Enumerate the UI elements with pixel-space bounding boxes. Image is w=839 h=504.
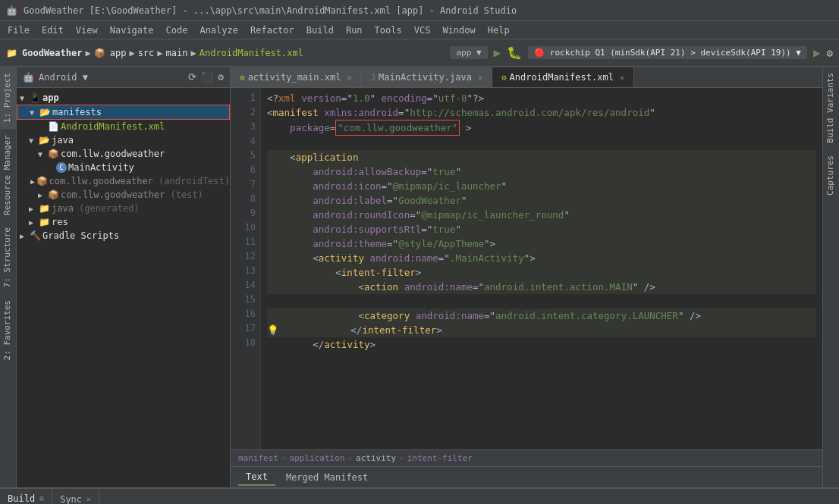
code-line-18: </activity>	[267, 337, 816, 352]
manifest-tab-text[interactable]: Text	[238, 469, 275, 486]
titlebar: 🤖 GoodWeather [E:\GoodWeather] - ...\app…	[0, 0, 839, 21]
tree-item-test[interactable]: ▶ 📦 com.llw.goodweather (test)	[17, 188, 230, 202]
tree-item-java-generated[interactable]: ▶ 📁 java (generated)	[17, 202, 230, 215]
expand-arrow-gradle[interactable]: ▶	[20, 232, 29, 240]
toolbar-breadcrumb: GoodWeather ▶ 📦 app ▶ src ▶ main ▶ Andro…	[22, 48, 303, 58]
expand-arrow-app[interactable]: ▼	[20, 94, 29, 102]
bc-item-application[interactable]: application	[290, 453, 345, 463]
sidebar-right-captures[interactable]: Captures	[823, 149, 839, 202]
sidebar-right-build-variants[interactable]: Build Variants	[823, 67, 839, 149]
sidebar-item-favorites[interactable]: 2: Favorites	[0, 294, 16, 366]
tab-mainactivity-java[interactable]: J MainActivity.java ✕	[361, 67, 492, 87]
side-tabs-left: 1: Project Resource Manager 7: Structure…	[0, 67, 17, 487]
android-icon: 🤖	[23, 72, 34, 83]
tree-item-gradle[interactable]: ▶ 🔨 Gradle Scripts	[17, 229, 230, 243]
menu-item-file[interactable]: File	[3, 25, 34, 36]
menu-item-analyze[interactable]: Analyze	[195, 25, 243, 36]
menu-item-vcs[interactable]: VCS	[410, 25, 435, 36]
code-line-6: android:allowBackup="true"	[267, 164, 816, 179]
project-tree: ▼ 📱 app ▼ 📂 manifests 📄 AndroidManifest.…	[17, 88, 230, 487]
expand-arrow-res[interactable]: ▶	[29, 218, 38, 227]
line-numbers: 12345 678910 1112131415 161718	[231, 88, 261, 449]
expand-arrow-androidtest[interactable]: ▶	[30, 177, 36, 186]
code-line-4	[267, 136, 816, 150]
expand-arrow-test[interactable]: ▶	[38, 191, 47, 199]
code-line-9: android:roundIcon="@mipmap/ic_launcher_r…	[267, 208, 816, 222]
java-gen-icon: 📁	[38, 203, 50, 214]
menu-item-run[interactable]: Run	[341, 25, 367, 36]
manifests-folder-icon: 📂	[39, 107, 51, 117]
tree-label-manifests: manifests	[52, 107, 102, 117]
bottom-tab-build[interactable]: Build ⚙	[0, 489, 52, 505]
code-line-7: android:icon="@mipmap/ic_launcher"	[267, 179, 816, 193]
tab-androidmanifest[interactable]: ⚙ AndroidManifest.xml ✕	[492, 67, 634, 87]
run-config-selector[interactable]: app ▼	[450, 46, 487, 59]
menu-item-refactor[interactable]: Refactor	[246, 25, 299, 36]
tree-item-mainactivity[interactable]: C MainActivity	[17, 161, 230, 174]
tree-item-java[interactable]: ▼ 📂 java	[17, 133, 230, 147]
debug-button[interactable]: 🐛	[507, 45, 522, 60]
expand-arrow-manifests[interactable]: ▼	[30, 108, 39, 117]
settings-icon[interactable]: ⚙	[218, 71, 224, 83]
gutter-bulb-icon: 💡	[267, 323, 279, 337]
toolbar: 📁 GoodWeather ▶ 📦 app ▶ src ▶ main ▶ And…	[0, 39, 839, 67]
project-panel: 🤖 Android ▼ ⟳ ⬛ ⚙ ▼ 📱 app ▼ 📂 manifests	[17, 67, 231, 487]
tree-item-res[interactable]: ▶ 📁 res	[17, 215, 230, 229]
menu-item-code[interactable]: Code	[162, 25, 193, 36]
sidebar-item-project[interactable]: 1: Project	[0, 67, 16, 129]
java-folder-icon: 📂	[38, 135, 50, 146]
sidebar-item-resource-manager[interactable]: Resource Manager	[0, 129, 16, 221]
tab-androidmanifest-close[interactable]: ✕	[620, 74, 624, 82]
side-tabs-right: Build Variants Captures	[822, 67, 839, 487]
toolbar-app: 📦	[94, 48, 105, 58]
gradle-icon[interactable]: ⚙	[827, 47, 833, 59]
breadcrumb-bar: manifest › application › activity › inte…	[231, 449, 822, 466]
tree-item-app[interactable]: ▼ 📱 app	[17, 91, 230, 105]
menu-item-edit[interactable]: Edit	[37, 25, 68, 36]
toolbar-project-icon: 📁	[6, 48, 17, 58]
tab-activity-main-close[interactable]: ✕	[347, 74, 351, 82]
menu-item-view[interactable]: View	[71, 25, 102, 36]
device-selector[interactable]: 🔴 rockchip Q1 (minSdk(API 21) > deviceSd…	[528, 46, 807, 59]
bc-item-manifest[interactable]: manifest	[238, 453, 278, 463]
package-value: "com.llw.goodweather"	[335, 120, 460, 136]
sync-icon[interactable]: ⟳	[188, 71, 196, 83]
menu-item-window[interactable]: Window	[438, 25, 479, 36]
expand-arrow-package[interactable]: ▼	[38, 150, 47, 158]
manifest-tab-merged[interactable]: Merged Manifest	[278, 470, 376, 485]
bottom-tabs: Build ⚙ Sync ✕	[0, 489, 839, 504]
bc-item-intent-filter[interactable]: intent-filter	[407, 453, 473, 463]
tree-label-package: com.llw.goodweather	[61, 149, 165, 159]
code-line-2: <manifest xmlns:android="http://schemas.…	[267, 105, 816, 120]
collapse-all-icon[interactable]: ⬛	[201, 71, 213, 83]
code-line-10: android:supportsRtl="true"	[267, 222, 816, 236]
code-content[interactable]: <?xml version="1.0" encoding="utf-8"?> <…	[261, 88, 822, 449]
bc-item-activity[interactable]: activity	[356, 453, 396, 463]
tree-item-manifests[interactable]: ▼ 📂 manifests	[17, 105, 230, 120]
expand-arrow-java-gen[interactable]: ▶	[29, 205, 38, 213]
sidebar-item-structure[interactable]: 7: Structure	[0, 221, 16, 293]
tree-item-androidtest[interactable]: ▶ 📦 com.llw.goodweather (androidTest)	[17, 174, 230, 188]
tab-mainactivity-close[interactable]: ✕	[478, 74, 482, 82]
run-button[interactable]: ▶	[494, 45, 501, 60]
run-with-coverage-button[interactable]: ▶	[813, 45, 821, 60]
toolbar-file: AndroidManifest.xml	[200, 48, 303, 58]
menu-item-build[interactable]: Build	[302, 25, 338, 36]
tab-mainactivity-label: MainActivity.java	[379, 72, 472, 83]
bottom-tab-sync[interactable]: Sync ✕	[52, 489, 99, 505]
expand-arrow-java[interactable]: ▼	[29, 136, 38, 145]
build-tab-icon: ⚙	[39, 494, 44, 502]
activity-main-tab-icon: ⚙	[240, 73, 245, 83]
tab-activity-main[interactable]: ⚙ activity_main.xml ✕	[231, 67, 361, 87]
sync-close-icon[interactable]: ✕	[86, 495, 91, 503]
project-panel-title[interactable]: Android ▼	[39, 72, 184, 83]
menu-item-tools[interactable]: Tools	[370, 25, 407, 36]
menu-item-navigate[interactable]: Navigate	[105, 25, 159, 36]
code-line-14: <action android:name="android.intent.act…	[267, 280, 816, 294]
code-line-3: package="com.llw.goodweather" >	[267, 120, 816, 136]
tree-label-androidtest: com.llw.goodweather (androidTest)	[49, 176, 230, 186]
test-icon: 📦	[47, 189, 59, 200]
tree-item-androidmanifest[interactable]: 📄 AndroidManifest.xml	[17, 120, 230, 133]
menu-item-help[interactable]: Help	[483, 25, 514, 36]
tree-item-package-main[interactable]: ▼ 📦 com.llw.goodweather	[17, 147, 230, 161]
